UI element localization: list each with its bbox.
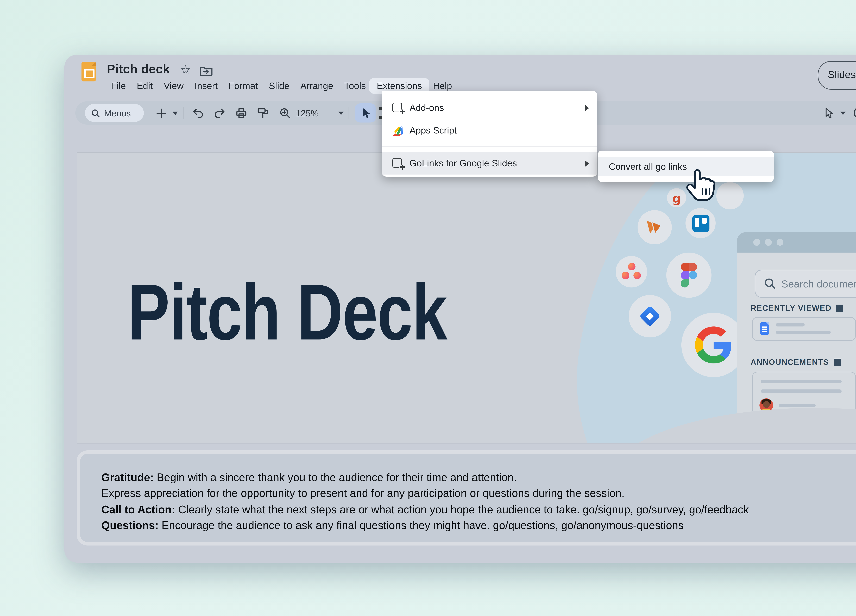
mockup-search-placeholder: Search documents, tasks, people [781, 278, 856, 290]
undo-icon [192, 108, 204, 118]
print-button[interactable] [235, 107, 247, 119]
submenu-arrow-icon [585, 104, 589, 111]
zoom-in-icon [279, 107, 291, 119]
asana-logo [622, 263, 641, 281]
jira-app-icon [629, 295, 671, 338]
extensions-dropdown-menu: Add-ons Apps Script [382, 91, 597, 177]
submenu-arrow-icon [585, 160, 589, 167]
notes-line: Gratitude: Begin with a sincere thank yo… [102, 470, 749, 485]
window-dot-icon [765, 239, 772, 246]
star-document-button[interactable]: ☆ [179, 63, 192, 77]
caret-down-icon [840, 111, 846, 115]
caret-down-icon [338, 111, 344, 115]
paint-format-button[interactable] [257, 107, 269, 119]
menu-tools[interactable]: Tools [344, 80, 366, 91]
orange-arrows-glyph [645, 218, 664, 236]
spotlight-tool-button[interactable] [853, 107, 856, 119]
menu-item-add-ons[interactable]: Add-ons [382, 97, 597, 119]
menu-item-apps-script[interactable]: Apps Script [382, 119, 597, 142]
recent-doc-card [752, 317, 856, 341]
menu-format[interactable]: Format [229, 80, 258, 91]
google-slides-logo-icon [82, 61, 96, 81]
select-cursor-icon [360, 107, 370, 119]
pointer-tool-button[interactable] [822, 107, 835, 119]
document-title[interactable]: Pitch deck [107, 62, 170, 77]
hidden-app-circle [716, 182, 744, 209]
new-slide-button[interactable] [155, 107, 167, 119]
search-icon [764, 278, 776, 290]
gusto-app-icon: g [667, 188, 686, 207]
pointer-cursor-icon [824, 107, 833, 119]
window-dot-icon [753, 239, 760, 246]
slides-logo-fold [91, 61, 96, 66]
redo-icon [213, 108, 225, 118]
menu-divider [382, 146, 597, 147]
speaker-notes-box[interactable]: Gratitude: Begin with a sincere thank yo… [77, 450, 856, 545]
apps-script-icon [392, 124, 404, 137]
menu-edit[interactable]: Edit [137, 80, 153, 91]
figma-logo [681, 263, 697, 287]
screen: Pitch deck ☆ File Edit View Insert Forma… [0, 0, 856, 616]
select-tool-button-active[interactable] [355, 103, 376, 123]
heading-square-icon [836, 304, 843, 312]
add-box-icon [392, 101, 404, 114]
redo-button[interactable] [213, 107, 225, 119]
folder-move-icon [199, 65, 213, 76]
slides-logo-inner-rect [84, 69, 94, 78]
new-slide-dropdown[interactable] [169, 107, 182, 119]
google-g-logo [695, 326, 732, 363]
jira-logo [638, 304, 662, 328]
hand-pointer-cursor [685, 168, 716, 204]
heading-square-icon [834, 358, 841, 366]
asana-app-icon [616, 256, 647, 287]
menu-view[interactable]: View [164, 80, 183, 91]
plus-icon [156, 108, 166, 118]
slide-title-textbox[interactable]: Pitch Deck [127, 272, 447, 352]
menubar: File Edit View Insert Format Slide Arran… [111, 78, 452, 93]
mockup-search-bar: Search documents, tasks, people [754, 270, 856, 298]
add-box-icon [392, 157, 404, 169]
menu-help[interactable]: Help [433, 80, 452, 91]
paint-roller-icon [257, 107, 269, 119]
notes-line: Express appreciation for the opportunity… [102, 485, 749, 502]
menu-insert[interactable]: Insert [194, 80, 218, 91]
search-icon [91, 109, 100, 117]
google-app-icon [681, 313, 746, 377]
notes-line: Questions: Encourage the audience to ask… [102, 518, 749, 534]
slide-canvas[interactable]: g [77, 152, 856, 444]
toolbar-divider [183, 107, 185, 119]
menu-arrange[interactable]: Arrange [300, 80, 333, 91]
zoom-level-control[interactable]: 125% [296, 108, 319, 118]
toolbar-menus-label: Menus [104, 108, 131, 118]
zoom-level-dropdown[interactable] [335, 107, 347, 119]
pointer-options-dropdown[interactable] [837, 107, 849, 119]
zoom-tool-button[interactable] [279, 107, 291, 119]
window-dot-icon [777, 239, 784, 246]
menu-slide[interactable]: Slide [269, 80, 289, 91]
printer-icon [235, 107, 247, 119]
move-to-folder-button[interactable] [199, 65, 213, 79]
caret-down-icon [172, 111, 178, 115]
undo-button[interactable] [192, 107, 204, 119]
announcements-heading: ANNOUNCEMENTS [751, 358, 841, 366]
gusto-g-glyph: g [672, 190, 681, 205]
menu-item-golinks[interactable]: GoLinks for Google Slides [382, 152, 597, 175]
google-docs-icon [760, 323, 769, 335]
figma-app-icon [666, 253, 711, 298]
slideshow-button-group: Slideshow [818, 61, 856, 90]
recently-viewed-heading: RECENTLY VIEWED [751, 304, 843, 312]
toolbar-divider [349, 107, 349, 119]
toolbar-menus-search-button[interactable]: Menus [85, 104, 144, 122]
slideshow-button[interactable]: Slideshow [818, 61, 856, 89]
orange-arrows-app-icon [637, 210, 672, 244]
speaker-notes-text: Gratitude: Begin with a sincere thank yo… [102, 470, 749, 534]
menu-file[interactable]: File [111, 80, 126, 91]
trello-logo [692, 215, 709, 232]
mockup-titlebar [737, 232, 856, 253]
record-circle-icon [853, 107, 856, 119]
notes-line: Call to Action: Clearly state what the n… [102, 502, 749, 518]
trello-app-icon [685, 208, 716, 238]
